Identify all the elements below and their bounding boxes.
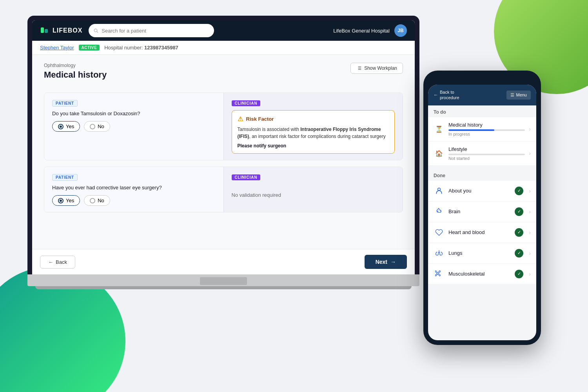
chevron-right-icon-lifestyle: › <box>529 150 531 156</box>
page-title: Medical history <box>44 70 107 80</box>
phone-item-lifestyle[interactable]: 🏠 Lifestyle Not started › <box>428 142 536 166</box>
patient-badge-2: PATIENT <box>52 174 78 181</box>
hamburger-icon: ☰ <box>510 93 514 98</box>
main-content: Ophthalmology Medical history Show Workp… <box>32 55 415 249</box>
heart-icon <box>434 227 445 238</box>
phone-body: ← Back toprocedure ☰ Menu To do ⏳ Medica… <box>423 71 541 345</box>
chevron-right-icon-medical: › <box>529 126 531 132</box>
phone-item-heart[interactable]: Heart and blood ✓ › <box>428 222 536 243</box>
check-done-musculoskeletal: ✓ <box>515 270 523 278</box>
chevron-right-icon-musculoskeletal: › <box>529 271 531 277</box>
phone-menu-label: Menu <box>516 93 527 97</box>
risk-factor-box: ⚠ Risk Factor Tamsulosin is associated w… <box>232 110 395 154</box>
risk-factor-header: ⚠ Risk Factor <box>238 115 389 123</box>
phone-item-lifestyle-title: Lifestyle <box>448 146 525 152</box>
footer-nav: ← Back Next → <box>32 249 415 274</box>
phone-item-medical-history-content: Medical history In progress <box>448 122 525 136</box>
patient-status-badge: ACTIVE <box>79 45 100 51</box>
back-arrow-icon: ← <box>48 259 53 265</box>
lungs-icon <box>434 248 445 259</box>
logo-icon <box>40 26 49 35</box>
laptop-screen-border: LIFEBOX LifeBox General Hospital JB Step… <box>27 16 419 274</box>
risk-factor-title: Risk Factor <box>246 116 274 122</box>
phone-item-about-you[interactable]: About you ✓ › <box>428 181 536 201</box>
user-avatar[interactable]: JB <box>394 24 407 37</box>
phone-item-lifestyle-progress <box>448 154 525 155</box>
phone-item-musculoskeletal[interactable]: Musculoskeletal ✓ › <box>428 264 536 285</box>
svg-point-10 <box>438 188 441 191</box>
question-2-clinician-side: CLINICIAN No validation required <box>223 167 403 212</box>
patient-name-link[interactable]: Stephen Taylor <box>40 45 74 51</box>
home-icon: 🏠 <box>434 148 445 159</box>
question-1-yes-radio[interactable]: Yes <box>52 121 80 132</box>
phone-item-brain-title: Brain <box>448 209 511 214</box>
laptop-base <box>27 274 419 286</box>
person-icon <box>434 185 445 196</box>
search-icon <box>93 28 98 33</box>
phone-item-heart-content: Heart and blood <box>448 229 511 235</box>
phone-item-musculoskeletal-title: Musculoskeletal <box>448 271 511 277</box>
phone-item-lungs-content: Lungs <box>448 250 511 256</box>
svg-line-3 <box>97 31 98 33</box>
question-1-text: Do you take Tamsulosin or Doxazosin? <box>52 111 216 116</box>
phone-item-about-you-content: About you <box>448 188 511 194</box>
question-2-yes-radio[interactable]: Yes <box>52 195 80 206</box>
phone-done-label: Done <box>428 169 536 181</box>
divider-1 <box>428 166 536 169</box>
check-done-brain: ✓ <box>515 207 523 216</box>
phone-back-procedure-button[interactable]: ← Back toprocedure <box>434 89 459 101</box>
header-right: LifeBox General Hospital JB <box>333 24 407 37</box>
phone-item-medical-history-progress-fill <box>448 129 494 131</box>
phone-back-icon: ← <box>434 92 438 98</box>
question-1-yes-label: Yes <box>66 123 74 129</box>
phone-item-medical-history-subtitle: In progress <box>448 132 525 136</box>
question-1-no-radio[interactable]: No <box>84 121 110 132</box>
svg-rect-0 <box>41 27 44 33</box>
svg-rect-1 <box>45 29 48 33</box>
show-workplan-button[interactable]: Show Workplan <box>350 63 403 74</box>
bone-icon <box>434 269 445 279</box>
phone-item-lifestyle-content: Lifestyle Not started <box>448 146 525 161</box>
phone-item-brain-content: Brain <box>448 209 511 214</box>
hospital-number-value: 123987345987 <box>144 45 178 51</box>
check-done-heart: ✓ <box>515 228 523 237</box>
notify-surgeon-text: Please notify surgeon <box>238 143 389 149</box>
phone-header: ← Back toprocedure ☰ Menu <box>428 85 536 105</box>
next-button[interactable]: Next → <box>365 255 407 269</box>
hospital-name: LifeBox General Hospital <box>333 28 390 34</box>
question-2-yes-label: Yes <box>66 198 74 203</box>
brain-icon <box>434 206 445 217</box>
list-icon <box>356 65 362 71</box>
search-bar[interactable] <box>89 24 214 37</box>
next-arrow-icon: → <box>390 259 396 265</box>
question-1-no-label: No <box>98 123 104 129</box>
chevron-right-icon-heart: › <box>529 229 531 236</box>
phone-menu-button[interactable]: ☰ Menu <box>506 91 531 100</box>
chevron-right-icon-lungs: › <box>529 250 531 256</box>
question-2-radio-group: Yes No <box>52 195 216 206</box>
phone-device: ← Back toprocedure ☰ Menu To do ⏳ Medica… <box>423 71 541 345</box>
search-input[interactable] <box>102 28 209 34</box>
svg-point-2 <box>94 29 98 32</box>
question-1-patient-side: PATIENT Do you take Tamsulosin or Doxazo… <box>44 93 223 160</box>
section-specialty: Ophthalmology <box>44 63 107 68</box>
logo: LIFEBOX <box>40 26 82 35</box>
chevron-right-icon-about: › <box>529 188 531 194</box>
phone-notch <box>466 75 498 83</box>
radio-dot-filled-1 <box>58 124 64 129</box>
phone-item-lungs-title: Lungs <box>448 250 511 256</box>
phone-content: To do ⏳ Medical history In progress › <box>428 105 536 340</box>
phone-item-brain[interactable]: Brain ✓ › <box>428 201 536 222</box>
phone-item-lungs[interactable]: Lungs ✓ › <box>428 243 536 264</box>
question-2-no-radio[interactable]: No <box>84 195 110 206</box>
logo-text: LIFEBOX <box>53 27 82 34</box>
phone-item-musculoskeletal-content: Musculoskeletal <box>448 271 511 277</box>
check-done-lungs: ✓ <box>515 249 523 258</box>
back-button[interactable]: ← Back <box>40 256 75 269</box>
check-done-about-you: ✓ <box>515 187 523 195</box>
question-1-radio-group: Yes No <box>52 121 216 132</box>
chevron-right-icon-brain: › <box>529 209 531 215</box>
phone-item-medical-history[interactable]: ⏳ Medical history In progress › <box>428 117 536 142</box>
hourglass-icon: ⏳ <box>434 123 445 134</box>
app-header: LIFEBOX LifeBox General Hospital JB <box>32 20 415 41</box>
